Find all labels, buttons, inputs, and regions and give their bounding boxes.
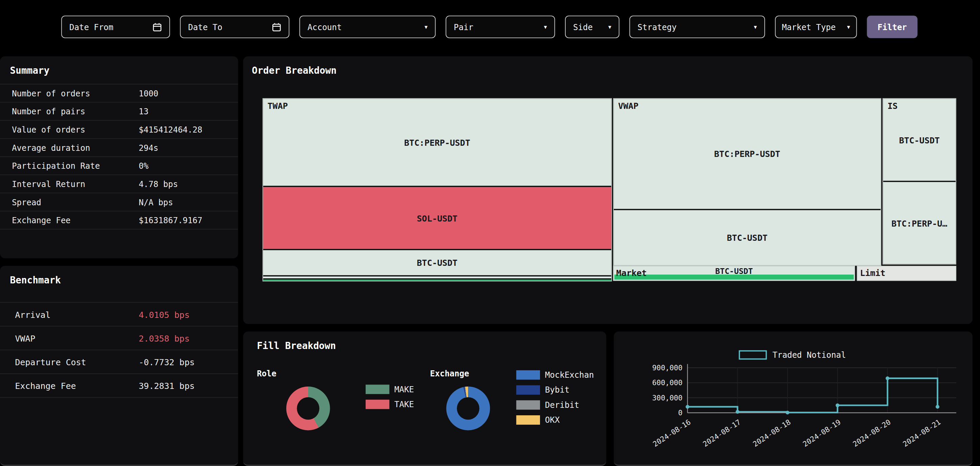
treemap-node[interactable]: VWAP BTC:PERP-USDT bbox=[614, 99, 881, 209]
data-point bbox=[736, 410, 740, 413]
x-axis-tick-label: 2024-08-16 bbox=[651, 418, 692, 448]
table-row: VWAP2.0358 bps bbox=[0, 326, 238, 350]
table-row: Participation Rate0% bbox=[0, 156, 238, 174]
treemap-node[interactable] bbox=[614, 274, 854, 280]
treemap-node[interactable] bbox=[263, 276, 611, 278]
row-label: Departure Cost bbox=[15, 357, 138, 367]
table-row: Number of orders1000 bbox=[0, 84, 238, 102]
treemap-node-label: BTC-USDT bbox=[614, 210, 881, 265]
side-select[interactable]: Side ▼ bbox=[565, 16, 619, 38]
summary-table: Number of orders1000 Number of pairs13 V… bbox=[0, 84, 238, 230]
data-point bbox=[686, 405, 689, 409]
legend-swatch bbox=[366, 400, 389, 409]
x-axis-tick-label: 2024-08-19 bbox=[801, 418, 842, 448]
legend-label: Bybit bbox=[545, 385, 570, 395]
data-point bbox=[836, 404, 839, 407]
calendar-icon bbox=[272, 22, 282, 32]
row-value: 4.0105 bps bbox=[139, 310, 228, 319]
treemap-group-vwap: VWAP BTC:PERP-USDT BTC-USDT bbox=[613, 98, 881, 266]
chevron-down-icon: ▼ bbox=[754, 24, 757, 30]
legend-item[interactable]: OKX bbox=[516, 415, 594, 425]
exchange-donut-chart bbox=[446, 386, 490, 430]
treemap-node-limit[interactable]: Limit bbox=[857, 266, 956, 281]
exchange-chart-label: Exchange bbox=[430, 369, 469, 378]
treemap-node[interactable]: BTC-USDT bbox=[614, 210, 881, 265]
x-axis-tick-label: 2024-08-20 bbox=[851, 418, 892, 448]
order-breakdown-title: Order Breakdown bbox=[243, 56, 972, 81]
role-chart-label: Role bbox=[257, 369, 277, 378]
order-breakdown-panel: Order Breakdown TWAP BTC:PERP-USDT SOL-U… bbox=[243, 56, 972, 324]
strategy-select[interactable]: Strategy ▼ bbox=[629, 16, 765, 38]
table-row: Exchange Fee$1631867.9167 bbox=[0, 211, 238, 229]
row-label: VWAP bbox=[15, 333, 138, 343]
treemap-node-label: BTC:PERP-USDT bbox=[263, 99, 611, 186]
treemap-node[interactable]: TWAP BTC:PERP-USDT bbox=[263, 99, 611, 186]
benchmark-title: Benchmark bbox=[0, 266, 238, 291]
legend-label: Deribit bbox=[545, 401, 579, 410]
row-label: Arrival bbox=[15, 310, 138, 319]
row-value: N/A bps bbox=[139, 198, 228, 207]
row-label: Number of orders bbox=[12, 89, 138, 98]
treemap-node[interactable]: IS BTC-USDT bbox=[883, 99, 956, 180]
fill-breakdown-title: Fill Breakdown bbox=[243, 331, 606, 356]
treemap-group-label: IS bbox=[888, 101, 897, 111]
pair-select[interactable]: Pair ▼ bbox=[446, 16, 555, 38]
calendar-icon bbox=[153, 22, 162, 32]
legend-item[interactable]: Deribit bbox=[516, 401, 594, 410]
treemap-node-label: SOL-USDT bbox=[263, 187, 611, 249]
row-value: 2.0358 bps bbox=[139, 333, 228, 343]
date-from-placeholder: Date From bbox=[69, 22, 113, 32]
table-row: Arrival4.0105 bps bbox=[0, 302, 238, 326]
exchange-legend: MockExchan Bybit Deribit OKX bbox=[516, 370, 594, 425]
chevron-down-icon: ▼ bbox=[608, 24, 611, 30]
legend-item[interactable]: Bybit bbox=[516, 385, 594, 395]
treemap-group-is: IS BTC-USDT BTC:PERP-U… bbox=[882, 98, 956, 265]
row-label: Spread bbox=[12, 198, 138, 207]
side-select-label: Side bbox=[573, 22, 593, 32]
treemap-node-market[interactable]: Market BTC-USDT bbox=[613, 266, 855, 281]
row-value: 4.78 bps bbox=[139, 179, 228, 189]
legend-swatch bbox=[516, 401, 540, 410]
row-value: 1000 bbox=[139, 89, 228, 98]
row-value: $415412464.28 bbox=[139, 125, 228, 134]
treemap-node[interactable] bbox=[263, 280, 611, 281]
legend-item[interactable]: MockExchan bbox=[516, 370, 594, 380]
legend-swatch bbox=[516, 385, 540, 395]
role-legend: MAKE TAKE bbox=[366, 385, 414, 409]
row-value: $1631867.9167 bbox=[139, 215, 228, 225]
treemap-node[interactable]: SOL-USDT bbox=[263, 187, 611, 249]
row-value: 294s bbox=[139, 143, 228, 153]
row-value: 39.2831 bps bbox=[139, 380, 228, 391]
market-type-select-label: Market Type bbox=[782, 22, 836, 32]
table-row: Exchange Fee39.2831 bps bbox=[0, 373, 238, 398]
table-row: Departure Cost-0.7732 bps bbox=[0, 350, 238, 373]
x-axis-tick-label: 2024-08-21 bbox=[901, 418, 942, 448]
table-row: Average duration294s bbox=[0, 138, 238, 156]
legend-label: OKX bbox=[545, 415, 560, 425]
treemap-node[interactable]: BTC:PERP-U… bbox=[883, 182, 956, 264]
account-select[interactable]: Account ▼ bbox=[299, 16, 436, 38]
date-from-input[interactable]: Date From bbox=[61, 16, 170, 38]
treemap-group-label: Market bbox=[616, 268, 647, 278]
table-row: Interval Return4.78 bps bbox=[0, 174, 238, 193]
data-point bbox=[936, 405, 939, 409]
table-row: Value of orders$415412464.28 bbox=[0, 120, 238, 138]
treemap-node-label: BTC:PERP-USDT bbox=[614, 99, 881, 209]
account-select-label: Account bbox=[307, 22, 342, 32]
fill-breakdown-panel: Fill Breakdown Role MAKE TAKE Exchange M… bbox=[243, 331, 606, 466]
legend-item[interactable]: Traded Notional bbox=[739, 350, 846, 360]
legend-swatch bbox=[739, 350, 767, 360]
treemap-node[interactable]: BTC-USDT bbox=[263, 250, 611, 275]
date-to-placeholder: Date To bbox=[188, 22, 222, 32]
legend-item[interactable]: TAKE bbox=[366, 400, 414, 409]
market-type-select[interactable]: Market Type ▼ bbox=[775, 16, 857, 38]
filter-button[interactable]: Filter bbox=[867, 16, 918, 38]
legend-label: MockExchan bbox=[545, 370, 594, 380]
y-axis-tick-label: 0 bbox=[678, 409, 682, 417]
benchmark-table: Arrival4.0105 bps VWAP2.0358 bps Departu… bbox=[0, 302, 238, 398]
row-value: -0.7732 bps bbox=[139, 357, 228, 367]
legend-item[interactable]: MAKE bbox=[366, 385, 414, 394]
date-to-input[interactable]: Date To bbox=[180, 16, 290, 38]
pair-select-label: Pair bbox=[454, 22, 473, 32]
legend-swatch bbox=[516, 370, 540, 380]
